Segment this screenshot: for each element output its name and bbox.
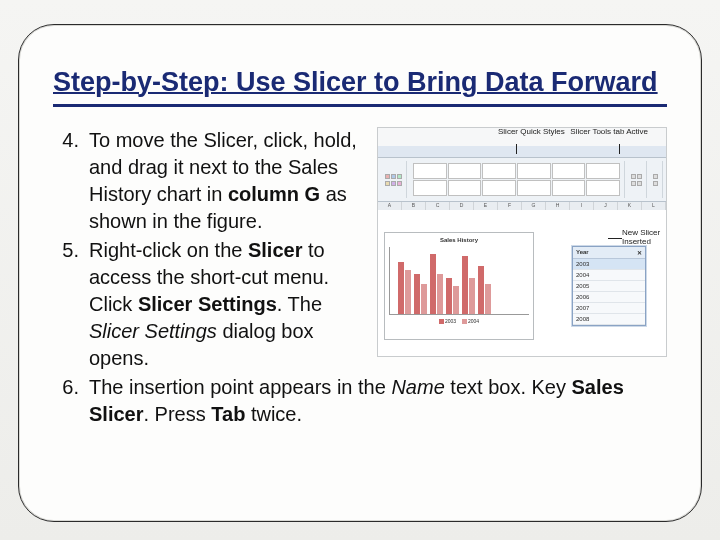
bar-group xyxy=(478,266,491,314)
col-header: J xyxy=(594,202,618,210)
bar xyxy=(469,278,475,314)
worksheet: ABCDEFGHIJKL Sales History 2003 2004 Yea… xyxy=(378,202,666,357)
bar-group xyxy=(462,256,475,314)
slicer-panel: Year ✕ 200320042005200620072008 xyxy=(572,246,646,326)
bar-group xyxy=(430,254,443,314)
step-text: text box. Key xyxy=(445,376,572,398)
step-text: Name xyxy=(391,376,444,398)
chart-legend: 2003 2004 xyxy=(389,318,529,324)
col-header: B xyxy=(402,202,426,210)
slide-title: Step-by-Step: Use Slicer to Bring Data F… xyxy=(53,67,667,98)
step-text: The insertion point appears in the xyxy=(89,376,391,398)
bar xyxy=(453,286,459,314)
ribbon xyxy=(378,158,666,202)
slicer-item: 2003 xyxy=(573,259,645,270)
callout-styles: Slicer Quick Styles xyxy=(498,127,565,136)
excel-figure: Slicer Quick Styles Slicer Tools tab Act… xyxy=(377,127,667,357)
step-text: Right-click on the xyxy=(89,239,248,261)
callout-tab-line xyxy=(619,144,620,154)
bar xyxy=(421,284,427,314)
step-text: . The xyxy=(277,293,322,315)
col-header: G xyxy=(522,202,546,210)
col-header: C xyxy=(426,202,450,210)
legend-0: 2003 xyxy=(445,318,456,324)
bar xyxy=(405,270,411,314)
col-header: L xyxy=(642,202,666,210)
step: 6.The insertion point appears in the Nam… xyxy=(53,374,667,428)
slicer-item: 2008 xyxy=(573,314,645,325)
content-area: 4.To move the Slicer, click, hold, and d… xyxy=(53,127,667,428)
ribbon-group-arrange xyxy=(627,161,647,198)
slicer-item: 2007 xyxy=(573,303,645,314)
bar-group xyxy=(446,278,459,314)
bar-group xyxy=(398,262,411,314)
step-text: Slicer xyxy=(248,239,302,261)
ribbon-tabs xyxy=(378,146,666,158)
step-number: 6. xyxy=(53,374,89,428)
ribbon-styles-gallery xyxy=(409,161,625,198)
col-header: H xyxy=(546,202,570,210)
step-number: 4. xyxy=(53,127,89,235)
step-text: . Press xyxy=(143,403,211,425)
callout-tab: Slicer Tools tab Active xyxy=(570,127,648,136)
step-text: Slicer Settings xyxy=(138,293,277,315)
slicer-item: 2004 xyxy=(573,270,645,281)
bar xyxy=(398,262,404,314)
ribbon-group-size xyxy=(649,161,663,198)
title-rule xyxy=(53,104,667,107)
step-text: twice. xyxy=(245,403,302,425)
ribbon-group-slicer xyxy=(381,161,407,198)
col-header: F xyxy=(498,202,522,210)
slicer-item: 2005 xyxy=(573,281,645,292)
col-header: A xyxy=(378,202,402,210)
bar xyxy=(462,256,468,314)
callout-slicer: New Slicer Inserted xyxy=(622,228,667,246)
step-number: 5. xyxy=(53,237,89,372)
col-header: K xyxy=(618,202,642,210)
step-body: To move the Slicer, click, hold, and dra… xyxy=(89,127,367,235)
bar xyxy=(430,254,436,314)
slicer-header: Year ✕ xyxy=(573,247,645,259)
col-header: D xyxy=(450,202,474,210)
chart-bars xyxy=(389,247,529,315)
step-text: column G xyxy=(228,183,320,205)
slicer-clear-icon: ✕ xyxy=(637,249,642,256)
sales-history-chart: Sales History 2003 2004 xyxy=(384,232,534,340)
bar xyxy=(446,278,452,314)
step-text: Slicer Settings xyxy=(89,320,217,342)
step-body: Right-click on the Slicer to access the … xyxy=(89,237,367,372)
col-header: E xyxy=(474,202,498,210)
slicer-item: 2006 xyxy=(573,292,645,303)
bar xyxy=(437,274,443,314)
column-headers: ABCDEFGHIJKL xyxy=(378,202,666,210)
legend-1: 2004 xyxy=(468,318,479,324)
callout-styles-line xyxy=(516,144,517,154)
bar xyxy=(485,284,491,314)
bar xyxy=(414,274,420,314)
bar xyxy=(478,266,484,314)
chart-title: Sales History xyxy=(389,237,529,243)
step-body: The insertion point appears in the Name … xyxy=(89,374,667,428)
callout-slicer-line xyxy=(608,238,622,239)
slide-card: Step-by-Step: Use Slicer to Bring Data F… xyxy=(18,24,702,522)
slicer-header-label: Year xyxy=(576,249,589,256)
col-header: I xyxy=(570,202,594,210)
step-text: Tab xyxy=(211,403,245,425)
bar-group xyxy=(414,274,427,314)
